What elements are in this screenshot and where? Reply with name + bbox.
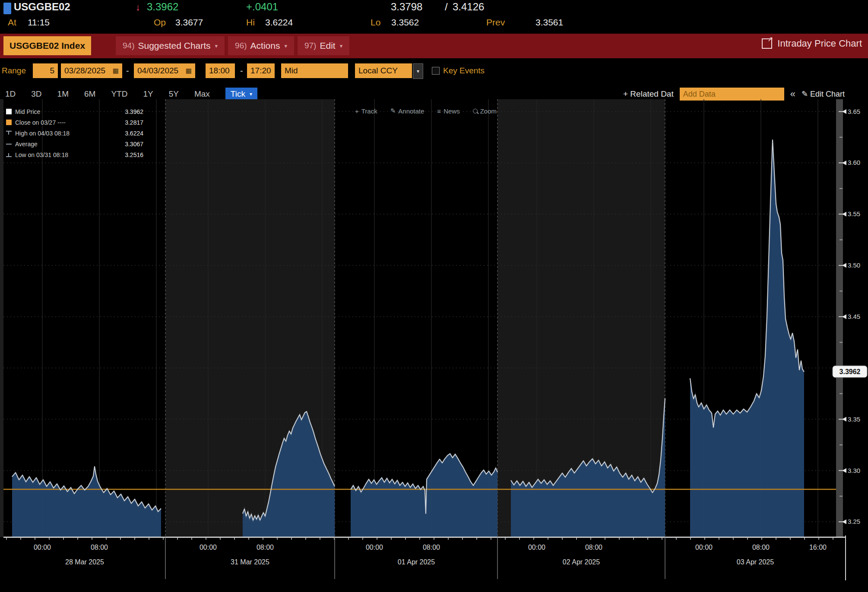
y-minor-tick [839, 291, 843, 292]
tool-label: Track [361, 107, 377, 115]
date-label: 31 Mar 2025 [231, 558, 269, 566]
legend-row[interactable]: Mid Price3.3962 [6, 106, 143, 117]
price-area-fill [12, 466, 161, 537]
legend-swatch [6, 120, 12, 125]
y-major-tick [839, 162, 843, 163]
y-minor-tick [839, 137, 843, 138]
y-minor-tick [839, 188, 843, 189]
y-tick-label: 3.45 [848, 313, 860, 320]
hour-label: 00:00 [695, 544, 713, 551]
pencil-icon: ✎ [390, 107, 396, 115]
legend-row[interactable]: Average3.3067 [6, 139, 143, 149]
y-minor-tick [839, 393, 843, 394]
y-major-tick [839, 470, 843, 471]
tool-label: News [444, 107, 460, 115]
legend-value: 3.3962 [116, 108, 143, 115]
legend-label: Low on 03/31 08:18 [15, 151, 112, 158]
tool-news[interactable]: ≡News [437, 107, 459, 115]
y-major-tick [839, 521, 843, 522]
tool-track[interactable]: +Track [355, 107, 377, 115]
y-minor-tick [839, 239, 843, 240]
hour-label: 08:00 [585, 544, 602, 551]
y-tick-label: 3.55 [848, 210, 860, 217]
hour-label: 08:00 [423, 544, 440, 551]
bloomberg-terminal-window: USGGBE02 ↓ 3.3962 +.0401 3.3798 / 3.4126… [0, 0, 868, 592]
y-minor-tick [839, 444, 843, 445]
legend-value: 3.2516 [116, 151, 143, 158]
y-tick-label: 3.35 [848, 416, 860, 423]
legend-row[interactable]: High on 04/03 08:183.6224 [6, 128, 143, 139]
last-price-marker-label: 3.3962 [839, 368, 861, 375]
legend-high-marker-icon [6, 131, 12, 135]
y-tick-label: 3.25 [848, 518, 860, 525]
legend-label: High on 04/03 08:18 [15, 130, 112, 137]
legend-avg-marker-icon [6, 141, 12, 147]
legend-value: 3.3067 [116, 141, 143, 148]
tool-annotate[interactable]: ✎Annotate [390, 107, 424, 115]
y-major-tick [839, 316, 843, 317]
legend-value: 3.6224 [116, 130, 143, 137]
date-label: 03 Apr 2025 [737, 558, 774, 566]
legend-row[interactable]: Close on 03/27 ----3.2817 [6, 117, 143, 128]
date-label: 01 Apr 2025 [398, 558, 435, 566]
date-label: 28 Mar 2025 [65, 558, 104, 566]
hour-label: 00:00 [34, 544, 51, 551]
y-major-tick [839, 111, 843, 112]
y-major-tick [839, 214, 843, 214]
y-axis-strip[interactable] [836, 99, 843, 537]
y-major-tick [839, 265, 843, 266]
legend-row[interactable]: Low on 03/31 08:183.2516 [6, 149, 143, 160]
legend-label: Average [15, 141, 112, 148]
tool-zoom[interactable]: Zoom [473, 107, 497, 115]
tool-label: Zoom [480, 107, 497, 115]
plot-left-strip [0, 99, 3, 537]
plus-icon: + [355, 107, 359, 115]
y-tick-label: 3.60 [848, 159, 860, 166]
hour-label: 08:00 [257, 544, 274, 551]
hour-label: 00:00 [200, 544, 217, 551]
price-area-fill [690, 140, 804, 537]
y-minor-tick [839, 342, 843, 343]
price-chart-canvas[interactable]: 3.253.303.353.403.453.503.553.603.653.39… [0, 0, 868, 592]
chart-legend: Mid Price3.3962Close on 03/27 ----3.2817… [6, 106, 143, 160]
legend-label: Mid Price [15, 108, 112, 115]
legend-swatch [6, 109, 12, 114]
news-icon: ≡ [437, 107, 441, 115]
hour-label: 00:00 [528, 544, 545, 551]
y-major-tick [839, 419, 843, 420]
magnifier-icon [473, 109, 478, 113]
y-tick-label: 3.50 [848, 261, 860, 269]
legend-value: 3.2817 [116, 119, 143, 126]
hour-label: 16:00 [809, 544, 827, 551]
hour-label: 08:00 [752, 544, 770, 551]
y-tick-label: 3.30 [848, 467, 860, 474]
tool-label: Annotate [398, 107, 424, 115]
y-minor-tick [839, 496, 843, 497]
chart-tools: +Track✎Annotate≡NewsZoom [355, 107, 497, 115]
date-label: 02 Apr 2025 [563, 558, 600, 566]
y-tick-label: 3.65 [848, 108, 860, 115]
hour-label: 08:00 [91, 544, 108, 551]
legend-label: Close on 03/27 ---- [15, 119, 112, 126]
legend-low-marker-icon [6, 152, 12, 157]
price-area-fill [351, 453, 497, 537]
hour-label: 00:00 [366, 544, 383, 551]
